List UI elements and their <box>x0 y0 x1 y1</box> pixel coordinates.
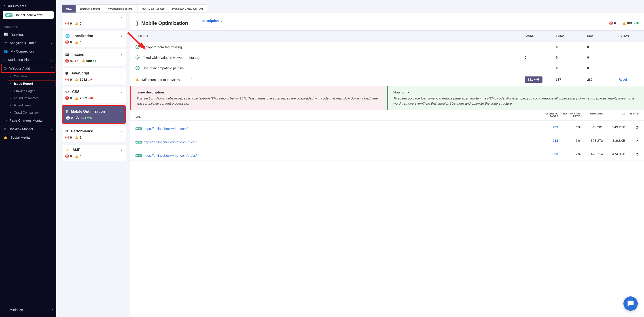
home-icon: ⌂ <box>4 4 6 8</box>
sub-issue-report[interactable]: Issue Report <box>8 80 56 88</box>
project-dropdown[interactable]: OCW OnlineCheckWriter ⌄ <box>3 11 54 19</box>
people-icon: 👥 <box>4 49 8 53</box>
chevron-down-icon: ⌄ <box>220 19 223 22</box>
warning-icon <box>75 22 78 25</box>
issue-description-title: Issue description <box>136 90 382 94</box>
category-list: › 0 0 🌐Localization› 0 0 <box>56 13 130 317</box>
how-to-fix-title: How to fix <box>393 90 639 94</box>
category-images[interactable]: 🖼Images› 41▴ 4 980▾ 8 <box>62 50 126 66</box>
warning-icon <box>75 41 78 44</box>
category-amp[interactable]: ⚡AMP› 0 0 <box>62 145 126 161</box>
error-icon <box>65 78 69 81</box>
nav-social[interactable]: 👍 Social Media ⌄ <box>0 133 56 142</box>
error-icon <box>65 96 69 100</box>
filter-all[interactable]: ALL <box>62 5 76 12</box>
category-localization[interactable]: 🌐Localization› 0 0 <box>62 31 126 47</box>
category-card[interactable]: › 0 0 <box>62 13 126 28</box>
category-javascript[interactable]: ⬢JavaScript› 0 1082▴ 94 <box>62 68 126 84</box>
chevron-right-icon: › <box>121 34 122 38</box>
site-favicon-icon: OCW <box>136 141 142 144</box>
warning-icon <box>82 59 85 62</box>
list-icon: ≡ <box>4 58 6 62</box>
js-icon: ⬢ <box>65 71 68 75</box>
sub-overview[interactable]: Overview <box>7 73 56 80</box>
performance-icon: ⚙ <box>65 129 68 133</box>
audit-submenu: Overview Issue Report Crawled Pages Foun… <box>0 73 56 116</box>
description-box: Issue description This section shows web… <box>130 86 644 110</box>
chevron-right-icon: › <box>120 110 121 113</box>
filter-passed[interactable]: PASSED CHECKS (90) <box>168 5 207 12</box>
url-row[interactable]: OCWhttps://onlinecheckwriter.com/press/ … <box>130 147 644 161</box>
chevron-down-icon: ⌄ <box>50 127 53 130</box>
warning-icon <box>75 136 78 139</box>
nav-rankings[interactable]: 📊 Rankings ⌄ <box>0 30 56 39</box>
chevron-right-icon: › <box>121 53 122 56</box>
sub-found-links[interactable]: Found Links <box>7 102 56 109</box>
globe-icon: 🌐 <box>65 34 70 38</box>
check-icon <box>136 45 140 49</box>
site-favicon-icon: OCW <box>136 154 142 157</box>
category-performance[interactable]: ⚙Performance› 0 2 <box>62 126 126 142</box>
circle-icon: ◔ <box>636 138 639 142</box>
nav-page-changes[interactable]: ▭ Page Changes Monitor <box>0 116 56 124</box>
nav-analytics[interactable]: 〰 Analytics & Traffic ⌄ <box>0 39 56 47</box>
issues-header: ISSUES PAGES FIXED NEW ACTION <box>130 31 644 42</box>
chevron-down-icon: ⌄ <box>48 13 51 17</box>
sub-crawl-comparison[interactable]: Crawl Comparison <box>7 109 56 116</box>
sub-found-resources[interactable]: Found Resources <box>7 94 56 102</box>
error-icon <box>65 136 69 139</box>
sub-crawled-pages[interactable]: Crawled Pages <box>7 88 56 94</box>
pages-badge[interactable]: 881▾ 98 <box>524 76 542 83</box>
mobile-icon: ▯ <box>66 109 68 114</box>
issue-description-text: This section shows website pages whose t… <box>136 96 382 106</box>
chevron-down-icon: ⌄ <box>50 136 53 139</box>
category-css[interactable]: <>CSS› 0 2063▴ 84 <box>62 87 126 103</box>
url-table-header: URL REFERRING PAGES TEXT TO HTML RATIO H… <box>130 110 644 120</box>
nav-website-audit[interactable]: ◎ Website Audit ⌃ <box>1 64 56 73</box>
filter-warnings[interactable]: WARNINGS (5498) <box>104 5 138 12</box>
chat-bubble-button[interactable] <box>624 296 638 311</box>
url-row[interactable]: OCWhttps://onlinecheckwriter.com/pricing… <box>130 134 644 147</box>
warning-icon <box>76 116 80 120</box>
filter-bar: ALL ERRORS (560) WARNINGS (5498) NOTICES… <box>56 0 644 13</box>
chevron-down-icon: ⌄ <box>50 58 53 61</box>
chevron-right-icon: › <box>121 90 122 94</box>
chat-icon <box>627 300 634 307</box>
minimize-button[interactable]: ← Minimize ? <box>0 305 56 314</box>
warning-icon <box>75 78 78 81</box>
help-icon[interactable]: ? <box>51 308 53 312</box>
url-row[interactable]: OCWhttps://onlinecheckwriter.com/ 983 4%… <box>130 120 644 134</box>
chevron-right-icon: › <box>121 16 122 19</box>
filter-errors[interactable]: ERRORS (560) <box>76 5 104 12</box>
image-icon: 🖼 <box>65 52 69 56</box>
warning-icon <box>75 96 78 100</box>
project-logo-icon: OCW <box>5 14 12 17</box>
thumb-icon: 👍 <box>4 135 8 139</box>
detail-panel: ▯ Mobile Optimization Description ⌄ 0 88… <box>130 13 644 317</box>
nav-competitors[interactable]: 👥 My Competitors ⌄ <box>0 47 56 56</box>
check-icon <box>136 56 140 60</box>
warning-icon <box>75 155 78 158</box>
reset-link[interactable]: Reset <box>618 78 627 81</box>
category-mobile-optimization[interactable]: ▯Mobile Optimization› 0 881▾ 98 <box>62 105 126 124</box>
issue-row[interactable]: Use of incompatible plugins 0 0 0 <box>130 63 644 73</box>
nav-backlink[interactable]: ⧉ Backlink Monitor ⌄ <box>0 124 56 133</box>
circle-icon: ◔ <box>636 152 639 156</box>
issue-row[interactable]: Viewport meta tag missing 0 0 0 <box>130 42 644 52</box>
bars-icon: 📊 <box>4 32 8 36</box>
filter-notices[interactable]: NOTICES (1872) <box>138 5 168 12</box>
chevron-up-icon: ⌃ <box>50 66 52 70</box>
tab-description[interactable]: Description ⌄ <box>202 19 223 27</box>
chevron-right-icon: › <box>121 130 122 133</box>
nav-marketing[interactable]: ≡ Marketing Plan ⌄ <box>0 56 56 64</box>
chevron-right-icon: › <box>121 72 122 75</box>
all-projects-link[interactable]: ⌂ All Projects <box>3 3 54 11</box>
arrow-left-icon: ← <box>4 308 7 312</box>
link-icon: ⧉ <box>4 127 6 131</box>
error-icon <box>65 59 69 62</box>
error-icon <box>66 116 70 120</box>
chevron-right-icon: › <box>121 148 122 152</box>
issue-row-expanded[interactable]: Minimum text to HTML ratio ⌃ 881▾ 98 387… <box>130 73 644 86</box>
issue-row[interactable]: Fixed width value in viewport meta tag 0… <box>130 52 644 63</box>
error-icon <box>65 154 69 158</box>
